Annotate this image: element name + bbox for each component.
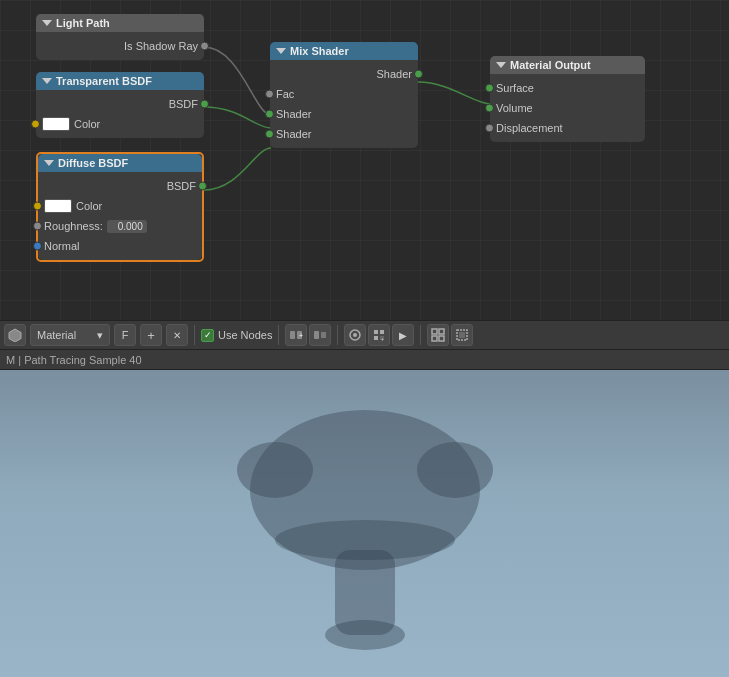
use-nodes-checkbox[interactable]: ✓: [201, 329, 214, 342]
svg-text:+: +: [299, 332, 303, 339]
diffuse-bsdf-output: BSDF: [38, 176, 202, 196]
mix-shader2-socket[interactable]: [265, 130, 274, 139]
mushroom-silhouette: [195, 390, 535, 660]
mix-shader-output: Shader: [270, 64, 418, 84]
use-nodes-area[interactable]: ✓ Use Nodes: [201, 329, 272, 342]
node-transparent-header: Transparent BSDF: [36, 72, 204, 90]
preview-area: [0, 370, 729, 677]
svg-point-19: [237, 442, 313, 498]
node-light-path-body: Is Shadow Ray: [36, 32, 204, 60]
output-volume-socket[interactable]: [485, 104, 494, 113]
node-light-path-header: Light Path: [36, 14, 204, 32]
view-toolbar-group: + ▶: [344, 324, 414, 346]
use-nodes-label: Use Nodes: [218, 329, 272, 341]
node-view-button[interactable]: [309, 324, 331, 346]
status-bar: M | Path Tracing Sample 40: [0, 350, 729, 370]
transparent-color-swatch[interactable]: [42, 117, 70, 131]
node-transparent-bsdf[interactable]: Transparent BSDF BSDF Color: [36, 72, 204, 138]
material-name: Material: [37, 329, 76, 341]
node-material-output-header: Material Output: [490, 56, 645, 74]
mix-shader1-row: Shader: [270, 104, 418, 124]
roughness-value[interactable]: 0.000: [107, 220, 147, 233]
output-displacement-socket[interactable]: [485, 124, 494, 133]
svg-rect-1: [290, 331, 295, 339]
svg-marker-0: [9, 329, 21, 342]
output-displacement-row: Displacement: [490, 118, 645, 138]
svg-rect-14: [432, 336, 437, 341]
node-diffuse-bsdf[interactable]: Diffuse BSDF BSDF Color Roughness: 0.000…: [36, 152, 204, 262]
svg-point-6: [353, 333, 357, 337]
light-path-shadow-socket[interactable]: [200, 42, 209, 51]
light-path-shadow-row: Is Shadow Ray: [36, 36, 204, 56]
frame-selected-button[interactable]: [451, 324, 473, 346]
divider-3: [337, 325, 338, 345]
svg-point-23: [275, 520, 455, 560]
svg-rect-8: [380, 330, 384, 334]
svg-rect-15: [439, 336, 444, 341]
svg-text:+: +: [381, 336, 385, 342]
transparent-color-socket[interactable]: [31, 120, 40, 129]
node-diffuse-body: BSDF Color Roughness: 0.000 Normal: [38, 172, 202, 260]
dropdown-arrow: ▾: [97, 329, 103, 342]
transparent-bsdf-output-socket[interactable]: [200, 100, 209, 109]
transparent-bsdf-output: BSDF: [36, 94, 204, 114]
remove-datablock-button[interactable]: ✕: [166, 324, 188, 346]
mix-shader-output-socket[interactable]: [414, 70, 423, 79]
transparent-color-row: Color: [36, 114, 204, 134]
output-surface-row: Surface: [490, 78, 645, 98]
add-datablock-button[interactable]: +: [140, 324, 162, 346]
f-button[interactable]: F: [114, 324, 136, 346]
diffuse-normal-socket[interactable]: [33, 242, 42, 251]
node-transparent-body: BSDF Color: [36, 90, 204, 138]
svg-rect-17: [459, 332, 465, 338]
node-toolbar-group: +: [285, 324, 331, 346]
svg-point-20: [417, 442, 493, 498]
divider-1: [194, 325, 195, 345]
svg-rect-9: [374, 336, 378, 340]
diffuse-bsdf-output-socket[interactable]: [198, 182, 207, 191]
toolbar: Material ▾ F + ✕ ✓ Use Nodes +: [0, 320, 729, 350]
svg-rect-7: [374, 330, 378, 334]
output-surface-socket[interactable]: [485, 84, 494, 93]
node-layout-button[interactable]: +: [368, 324, 390, 346]
divider-2: [278, 325, 279, 345]
mix-fac-row: Fac: [270, 84, 418, 104]
status-text: M | Path Tracing Sample 40: [6, 354, 142, 366]
diffuse-roughness-socket[interactable]: [33, 222, 42, 231]
mix-fac-socket[interactable]: [265, 90, 274, 99]
output-volume-row: Volume: [490, 98, 645, 118]
diffuse-color-socket[interactable]: [33, 202, 42, 211]
node-editor[interactable]: Light Path Is Shadow Ray Transparent BSD…: [0, 0, 729, 320]
svg-rect-12: [432, 329, 437, 334]
node-add-button[interactable]: +: [285, 324, 307, 346]
node-mix-shader[interactable]: Mix Shader Shader Fac Shader Shader: [270, 42, 418, 148]
node-material-output-body: Surface Volume Displacement: [490, 74, 645, 142]
divider-4: [420, 325, 421, 345]
material-dropdown[interactable]: Material ▾: [30, 324, 110, 346]
material-type-icon[interactable]: [4, 324, 26, 346]
svg-rect-13: [439, 329, 444, 334]
node-mix-shader-header: Mix Shader: [270, 42, 418, 60]
svg-point-22: [325, 620, 405, 650]
mix-shader1-socket[interactable]: [265, 110, 274, 119]
diffuse-color-row: Color: [38, 196, 202, 216]
zoom-toolbar-group: [427, 324, 473, 346]
diffuse-color-swatch[interactable]: [44, 199, 72, 213]
node-mix-shader-body: Shader Fac Shader Shader: [270, 60, 418, 148]
diffuse-roughness-row[interactable]: Roughness: 0.000: [38, 216, 202, 236]
snap-button[interactable]: [344, 324, 366, 346]
arrow-button[interactable]: ▶: [392, 324, 414, 346]
node-diffuse-header: Diffuse BSDF: [38, 154, 202, 172]
zoom-to-fit-button[interactable]: [427, 324, 449, 346]
mix-shader2-row: Shader: [270, 124, 418, 144]
node-light-path[interactable]: Light Path Is Shadow Ray: [36, 14, 204, 60]
node-material-output[interactable]: Material Output Surface Volume Displacem…: [490, 56, 645, 142]
svg-rect-4: [314, 331, 319, 339]
diffuse-normal-row: Normal: [38, 236, 202, 256]
